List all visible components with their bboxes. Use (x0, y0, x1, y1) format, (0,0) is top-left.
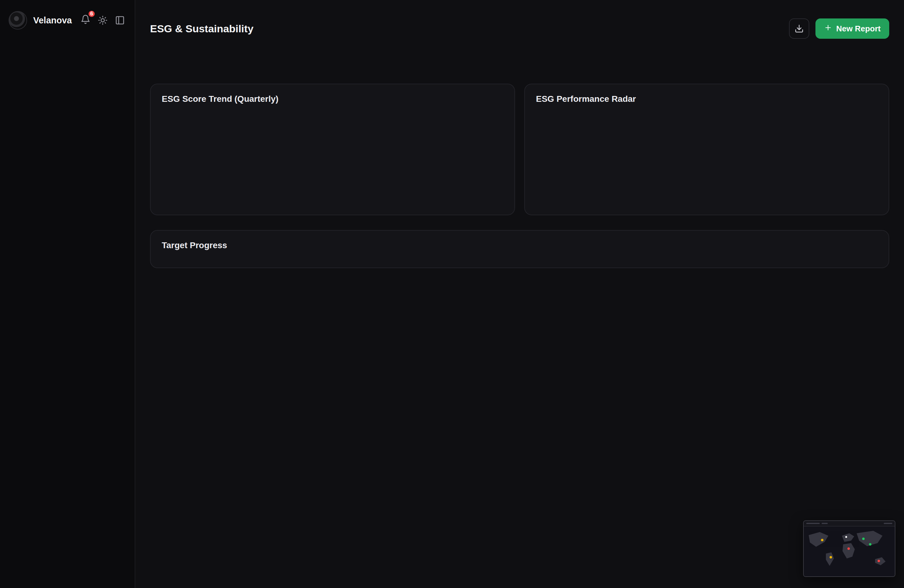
trend-chart-card: ESG Score Trend (Quarterly) (150, 84, 515, 215)
trend-chart-title: ESG Score Trend (Quarterly) (162, 94, 503, 104)
plus-icon (824, 24, 832, 32)
theme-toggle-button[interactable] (96, 14, 109, 27)
panel-icon (115, 15, 125, 25)
sidebar-collapse-button[interactable] (114, 14, 126, 27)
map-preview-header-bar (884, 523, 892, 524)
trend-line-chart (162, 110, 346, 202)
target-progress-card: Target Progress (150, 230, 889, 268)
app-window: Velanova 6 ESG & Sustainability New Repo… (0, 0, 904, 588)
export-button[interactable] (789, 19, 809, 39)
world-map-thumbnail (804, 526, 895, 577)
page-title: ESG & Sustainability (150, 23, 253, 35)
notification-badge: 6 (87, 9, 96, 18)
radar-chart-title: ESG Performance Radar (536, 94, 877, 104)
header-actions: New Report (789, 19, 889, 39)
radar-chart (536, 105, 721, 198)
radar-chart-card: ESG Performance Radar (524, 84, 889, 215)
map-preview-header-bar (822, 523, 828, 524)
new-report-button[interactable]: New Report (815, 19, 889, 39)
map-preview-header-bar (806, 523, 820, 524)
sidebar-nav (0, 31, 135, 588)
main-content: ESG & Sustainability New Report ESG Scor… (135, 0, 904, 588)
map-preview-header (804, 521, 895, 526)
notifications-button[interactable]: 6 (79, 13, 92, 28)
brand-name: Velanova (33, 15, 72, 25)
brand-logo (9, 11, 27, 30)
page-header: ESG & Sustainability New Report (150, 0, 889, 39)
target-progress-title: Target Progress (162, 240, 877, 250)
charts-row: ESG Score Trend (Quarterly) ESG Performa… (150, 84, 889, 215)
sidebar: Velanova 6 (0, 0, 135, 588)
sun-icon (98, 15, 107, 25)
sidebar-header: Velanova 6 (0, 0, 135, 31)
map-preview[interactable] (803, 520, 895, 577)
download-icon (795, 24, 804, 33)
plus-icon (824, 24, 832, 34)
new-report-label: New Report (836, 24, 880, 33)
